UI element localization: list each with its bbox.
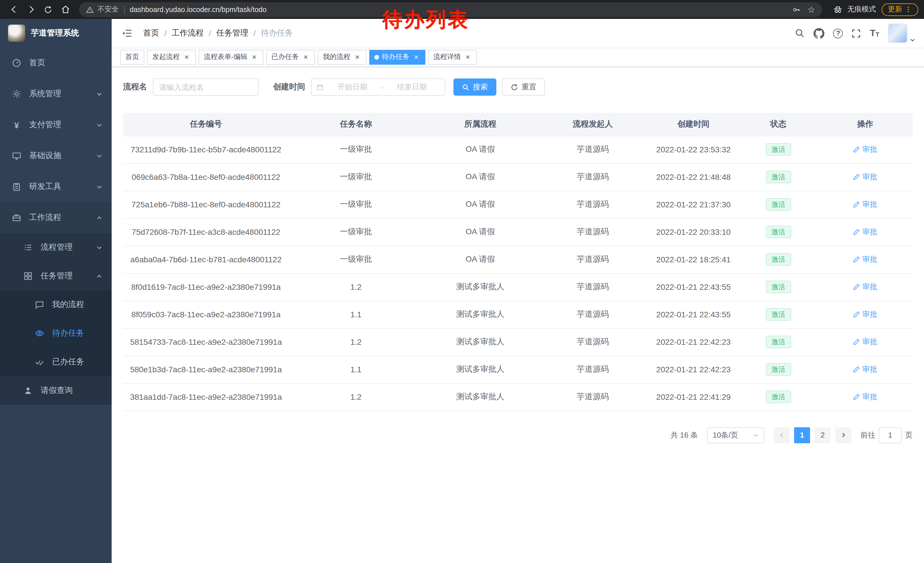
sidebar-item-system[interactable]: 系统管理 — [0, 78, 112, 110]
approve-link[interactable]: 审批 — [853, 254, 877, 264]
approve-link[interactable]: 审批 — [853, 364, 877, 375]
approve-link[interactable]: 审批 — [853, 309, 877, 320]
sidebar-item-infrastructure[interactable]: 基础设施 — [0, 140, 112, 171]
total-count-label: 共 16 条 — [670, 430, 698, 440]
sidebar-logo[interactable]: 芋道管理系统 — [0, 19, 112, 48]
tab-process-detail[interactable]: 流程详情 × — [428, 50, 477, 65]
process-cell: OA 请假 — [423, 246, 538, 273]
create-time-cell: 2022-01-22 21:48:48 — [648, 163, 739, 191]
pagination: 共 16 条 10条/页 1 2 前往 页 — [123, 427, 912, 443]
task-name-cell: 1.2 — [289, 328, 423, 356]
sidebar-item-label: 待办任务 — [52, 328, 84, 338]
browser-refresh-button[interactable] — [40, 2, 56, 18]
sidebar-item-my-process[interactable]: 我的流程 — [0, 290, 112, 319]
page-button-2[interactable]: 2 — [814, 427, 831, 443]
browser-back-button[interactable] — [6, 2, 22, 18]
process-cell: OA 请假 — [423, 163, 538, 191]
active-dot — [374, 55, 379, 59]
close-icon[interactable]: × — [464, 53, 472, 61]
sidebar-item-todo-tasks[interactable]: 待办任务 — [0, 319, 112, 348]
close-icon[interactable]: × — [412, 53, 420, 61]
sidebar-item-task-management[interactable]: 任务管理 — [0, 262, 112, 290]
status-badge: 激活 — [766, 171, 791, 183]
table-row: 725a1eb6-7b88-11ec-8ef0-acde48001122 一级审… — [123, 191, 912, 218]
sidebar-item-workflow[interactable]: 工作流程 — [0, 202, 112, 233]
close-icon[interactable]: × — [353, 53, 361, 61]
close-icon[interactable]: × — [250, 53, 258, 61]
tab-label: 发起流程 — [152, 52, 180, 62]
search-button[interactable]: 搜索 — [453, 78, 496, 96]
todo-task-table: 任务编号 任务名称 所属流程 流程发起人 创建时间 状态 操作 73211d9d… — [123, 113, 912, 411]
kebab-menu-icon[interactable] — [904, 6, 912, 13]
chevron-down-icon — [96, 153, 102, 159]
task-id-cell: 8f0d1619-7ac8-11ec-a9e2-a2380e71991a — [123, 273, 289, 301]
tab-done-tasks[interactable]: 已办任务 × — [266, 50, 315, 65]
search-icon — [462, 83, 470, 91]
approve-link[interactable]: 审批 — [853, 172, 877, 182]
edit-pen-icon — [853, 393, 860, 400]
help-button[interactable]: ? — [833, 29, 843, 38]
font-size-button[interactable]: TT — [870, 29, 879, 38]
bookmark-star-icon[interactable]: ☆ — [807, 5, 815, 14]
date-range-picker[interactable]: 开始日期 - 结束日期 — [311, 78, 446, 96]
fullscreen-button[interactable] — [852, 29, 861, 38]
approve-link[interactable]: 审批 — [853, 392, 877, 402]
sidebar-item-label: 首页 — [29, 58, 45, 68]
browser-update-button[interactable]: 更新 — [882, 3, 918, 16]
password-key-icon[interactable] — [792, 5, 801, 14]
page-size-value: 10条/页 — [713, 430, 738, 440]
browser-home-button[interactable] — [57, 2, 73, 18]
task-name-cell: 一级审批 — [289, 191, 423, 218]
goto-page-input[interactable] — [879, 427, 902, 443]
approve-label: 审批 — [862, 254, 877, 264]
tab-todo-tasks[interactable]: 待办任务 × — [369, 50, 425, 65]
approve-link[interactable]: 审批 — [853, 144, 877, 155]
approve-label: 审批 — [862, 364, 877, 375]
tab-form-edit[interactable]: 流程表单-编辑 × — [199, 50, 263, 65]
sidebar-item-label: 基础设施 — [29, 151, 61, 161]
page-button-1[interactable]: 1 — [794, 427, 810, 443]
edit-pen-icon — [853, 201, 860, 208]
double-check-icon — [34, 357, 45, 366]
address-bar[interactable]: 不安全 dashboard.yudao.iocoder.cn/bpm/task/… — [79, 2, 822, 17]
sidebar-item-process-management[interactable]: 流程管理 — [0, 233, 112, 262]
status-badge: 激活 — [766, 363, 791, 376]
approve-link[interactable]: 审批 — [853, 282, 877, 292]
approve-link[interactable]: 审批 — [853, 337, 877, 347]
search-button[interactable] — [795, 28, 805, 38]
page-size-select[interactable]: 10条/页 — [707, 427, 764, 443]
create-time-cell: 2022-01-21 22:42:23 — [648, 328, 739, 356]
chevron-down-icon — [96, 91, 102, 98]
next-page-button[interactable] — [835, 427, 851, 443]
prev-page-button[interactable] — [773, 427, 789, 443]
large-t-icon: T — [870, 29, 876, 38]
tab-label: 流程详情 — [434, 52, 461, 62]
close-icon[interactable]: × — [183, 53, 190, 61]
process-name-input[interactable] — [153, 78, 259, 96]
url-text: dashboard.yudao.iocoder.cn/bpm/task/todo — [130, 6, 267, 14]
tab-start-process[interactable]: 发起流程 × — [147, 50, 196, 65]
reset-button[interactable]: 重置 — [502, 78, 545, 96]
browser-forward-button[interactable] — [23, 2, 39, 18]
breadcrumb-home[interactable]: 首页 — [143, 28, 159, 38]
tab-home[interactable]: 首页 — [120, 50, 144, 65]
sidebar-item-devtools[interactable]: 研发工具 — [0, 171, 112, 202]
create-time-cell: 2022-01-22 18:25:41 — [648, 246, 739, 273]
sidebar-item-leave-query[interactable]: 请假查询 — [0, 376, 112, 405]
breadcrumb: 首页 / 工作流程 / 任务管理 / 待办任务 — [143, 28, 293, 38]
approve-link[interactable]: 审批 — [853, 227, 877, 237]
address-divider — [124, 6, 124, 14]
user-avatar-menu[interactable] — [888, 24, 915, 43]
approve-link[interactable]: 审批 — [853, 199, 877, 210]
sidebar-item-done-tasks[interactable]: 已办任务 — [0, 348, 112, 376]
breadcrumb-task-management[interactable]: 任务管理 — [216, 28, 249, 38]
approve-label: 审批 — [862, 227, 877, 237]
breadcrumb-workflow[interactable]: 工作流程 — [172, 28, 204, 38]
sidebar-toggle-button[interactable] — [120, 26, 134, 40]
close-icon[interactable]: × — [302, 53, 310, 61]
sidebar-item-payment[interactable]: ¥ 支付管理 — [0, 110, 112, 140]
github-button[interactable] — [814, 28, 825, 39]
sidebar-item-home[interactable]: 首页 — [0, 48, 112, 78]
approve-label: 审批 — [862, 199, 877, 210]
tab-my-process[interactable]: 我的流程 × — [318, 50, 366, 65]
